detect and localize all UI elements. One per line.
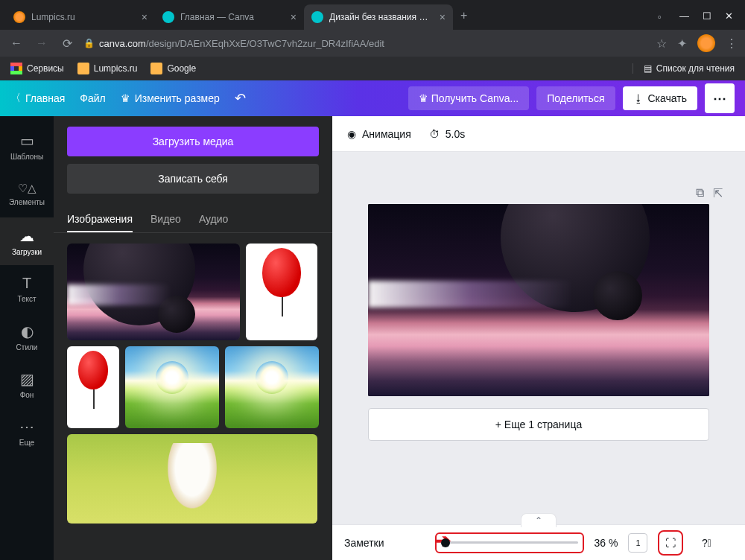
undo-button[interactable]: ↶: [235, 90, 246, 106]
upload-media-button[interactable]: Загрузить медиа: [67, 127, 319, 156]
add-page-icon[interactable]: ⇱: [713, 186, 723, 200]
bookmark-services[interactable]: Сервисы: [10, 63, 64, 74]
zoom-value[interactable]: 36 %: [595, 537, 618, 549]
canvas-scroll[interactable]: ⧉ ⇱ + Еще 1 страница: [332, 152, 745, 524]
maximize-button[interactable]: ☐: [703, 10, 711, 24]
help-button[interactable]: ?⃝: [694, 530, 719, 556]
zoom-slider[interactable]: [435, 532, 584, 553]
tab-title: Главная — Canva: [180, 12, 285, 22]
reading-list-button[interactable]: ▤Список для чтения: [633, 63, 735, 74]
tab-canva-home[interactable]: Главная — Canva ×: [155, 4, 304, 30]
browser-tabs: Lumpics.ru × Главная — Canva × Дизайн бе…: [0, 4, 645, 30]
url-path: /design/DAEnXEqhXxE/O3TwC7vh2zur_DR4zIfi…: [146, 38, 384, 49]
new-tab-button[interactable]: +: [453, 4, 475, 30]
download-button[interactable]: ⭳Скачать: [623, 86, 698, 110]
url-domain: canva.com: [99, 38, 146, 49]
favicon-icon: [162, 11, 174, 23]
elements-icon: ♡△: [18, 182, 37, 195]
minimize-button[interactable]: —: [679, 10, 689, 24]
more-button[interactable]: ⋯: [705, 83, 735, 113]
sidenav-label: Шаблоны: [10, 153, 43, 161]
duration-button[interactable]: ⏱5.0s: [429, 128, 465, 140]
add-page-button[interactable]: + Еще 1 страница: [368, 408, 709, 441]
tab-video[interactable]: Видео: [150, 207, 181, 232]
folder-icon: [77, 63, 89, 74]
side-nav: ▭Шаблоны ♡△Элементы ☁Загрузки TТекст ◐Ст…: [0, 116, 54, 560]
extensions-icon[interactable]: ✦: [677, 36, 687, 51]
menu-icon[interactable]: ⋮: [726, 36, 738, 51]
reading-list-label: Список для чтения: [656, 63, 735, 74]
account-icon[interactable]: ◦: [657, 10, 662, 24]
download-label: Скачать: [648, 92, 688, 104]
get-pro-button[interactable]: ♛ Получить Canva...: [408, 86, 529, 110]
close-icon[interactable]: ×: [291, 11, 297, 23]
close-icon[interactable]: ×: [440, 11, 446, 23]
forward-button[interactable]: →: [33, 36, 51, 50]
fullscreen-button[interactable]: ⛶: [658, 530, 683, 556]
media-thumb-space[interactable]: [67, 244, 240, 340]
close-window-button[interactable]: ✕: [725, 10, 733, 24]
zoom-thumb[interactable]: [441, 538, 450, 547]
back-button[interactable]: ←: [7, 36, 25, 50]
styles-icon: ◐: [21, 322, 34, 340]
reload-button[interactable]: ⟳: [58, 36, 76, 51]
tab-images[interactable]: Изображения: [67, 207, 133, 232]
crown-icon: ♛: [419, 92, 431, 104]
media-thumb-grass-2[interactable]: [225, 346, 319, 428]
timer-icon: ⏱: [429, 128, 440, 140]
duration-label: 5.0s: [446, 128, 465, 140]
media-thumb-balloon-2[interactable]: [67, 346, 119, 428]
address-bar: ← → ⟳ 🔒 canva.com/design/DAEnXEqhXxE/O3T…: [0, 30, 745, 57]
tab-audio[interactable]: Аудио: [199, 207, 229, 232]
notes-label[interactable]: Заметки: [344, 537, 384, 549]
bottom-bar: ⌃ Заметки ➔ 36 % 1 ⛶ ?⃝: [332, 524, 745, 560]
duplicate-page-icon[interactable]: ⧉: [696, 186, 704, 200]
star-icon[interactable]: ☆: [656, 36, 667, 51]
uploads-icon: ☁: [19, 227, 34, 245]
sidenav-elements[interactable]: ♡△Элементы: [0, 170, 54, 217]
list-icon: ▤: [644, 63, 652, 74]
bookmark-lumpics[interactable]: Lumpics.ru: [77, 63, 138, 74]
sidenav-templates[interactable]: ▭Шаблоны: [0, 122, 54, 170]
canvas-toolbar: ◉Анимация ⏱5.0s: [332, 116, 745, 152]
sidenav-label: Загрузки: [12, 248, 42, 256]
sidenav-more[interactable]: ⋯Еще: [0, 408, 54, 456]
notes-expand-button[interactable]: ⌃: [521, 513, 557, 527]
media-thumb-grass-1[interactable]: [125, 346, 219, 428]
resize-button[interactable]: ♛Изменить размер: [121, 92, 220, 104]
bookmark-label: Сервисы: [27, 63, 64, 74]
sidenav-styles[interactable]: ◐Стили: [0, 313, 54, 360]
file-button[interactable]: Файл: [80, 92, 105, 104]
media-thumb-dog[interactable]: [67, 434, 317, 524]
media-panel: Загрузить медиа Записать себя Изображени…: [54, 116, 332, 560]
sidenav-uploads[interactable]: ☁Загрузки: [0, 217, 54, 265]
favicon-icon: [13, 11, 25, 23]
media-tabs: Изображения Видео Аудио: [54, 204, 332, 233]
canvas-area: ◉Анимация ⏱5.0s ⧉ ⇱ + Еще 1 страница ⌃ З…: [332, 116, 745, 560]
address-actions: ☆ ✦ ⋮: [656, 34, 738, 52]
sidenav-background[interactable]: ▨Фон: [0, 360, 54, 408]
crown-icon: ♛: [121, 92, 130, 104]
close-icon[interactable]: ×: [142, 11, 148, 23]
url-field[interactable]: 🔒 canva.com/design/DAEnXEqhXxE/O3TwC7vh2…: [83, 38, 649, 49]
media-thumb-balloon[interactable]: [246, 244, 317, 340]
page-count-button[interactable]: 1: [628, 533, 647, 553]
share-button[interactable]: Поделиться: [536, 86, 615, 110]
design-page[interactable]: [368, 204, 709, 396]
bookmark-label: Lumpics.ru: [94, 63, 138, 74]
tab-canva-design[interactable]: Дизайн без названия — 1280 ×: [304, 4, 453, 30]
animation-button[interactable]: ◉Анимация: [347, 128, 411, 140]
sidenav-label: Элементы: [9, 198, 45, 206]
animation-icon: ◉: [347, 128, 356, 140]
record-self-button[interactable]: Записать себя: [67, 164, 319, 194]
workspace: ▭Шаблоны ♡△Элементы ☁Загрузки TТекст ◐Ст…: [0, 116, 745, 560]
sidenav-text[interactable]: TТекст: [0, 265, 54, 313]
get-pro-label: Получить Canva...: [431, 92, 519, 104]
text-icon: T: [22, 275, 31, 292]
home-button[interactable]: 〈Главная: [10, 92, 65, 105]
window-controls: ◦ — ☐ ✕: [645, 10, 745, 30]
canva-header: 〈Главная Файл ♛Изменить размер ↶ ♛ Получ…: [0, 80, 745, 116]
bookmark-google[interactable]: Google: [150, 63, 196, 74]
profile-avatar[interactable]: [697, 34, 715, 52]
tab-lumpics[interactable]: Lumpics.ru ×: [6, 4, 155, 30]
